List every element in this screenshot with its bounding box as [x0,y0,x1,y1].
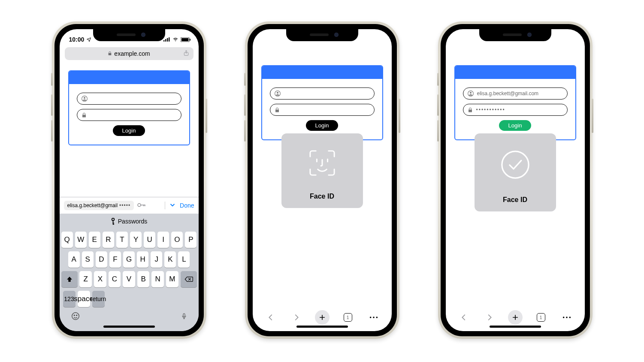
key-m[interactable]: M [166,271,178,287]
svg-rect-5 [181,38,188,41]
login-button[interactable]: Login [306,120,339,131]
key-d[interactable]: D [96,251,107,268]
phone-mock-3: elisa.g.beckett@gmail.com ••••••••••• Lo… [438,21,593,339]
user-icon [82,96,88,102]
login-card: elisa.g.beckett@gmail.com ••••••••••• Lo… [454,65,576,140]
username-field[interactable]: elisa.g.beckett@gmail.com [463,87,568,100]
key-n[interactable]: N [151,271,164,287]
user-icon [275,90,281,97]
password-field[interactable] [77,109,181,121]
shift-key[interactable] [61,271,78,287]
user-icon [468,90,474,97]
password-field[interactable] [270,104,375,116]
autofill-dots: ••••• [119,202,130,208]
backspace-key[interactable] [181,271,197,287]
svg-point-27 [373,317,375,318]
tabs-button[interactable]: 1 [341,310,355,325]
password-field[interactable]: ••••••••••• [463,104,568,116]
back-button[interactable] [263,310,278,325]
svg-rect-3 [169,37,169,42]
svg-point-31 [502,151,528,178]
login-card: Login [68,70,190,145]
share-icon[interactable] [183,50,189,58]
key-g[interactable]: G [123,251,135,268]
key-i[interactable]: I [157,232,169,248]
emoji-key[interactable] [71,311,80,323]
svg-point-26 [369,317,371,318]
chevron-down-icon[interactable] [169,201,176,210]
faceid-overlay: Face ID [475,133,556,211]
svg-rect-6 [190,39,190,41]
svg-point-32 [562,317,564,318]
keyboard-area: elisa.g.beckett@gmail ••••• Done Passwor… [60,197,199,331]
username-field[interactable] [77,93,181,105]
key-a[interactable]: A [68,251,80,268]
key-j[interactable]: J [151,251,162,268]
key-b[interactable]: B [137,271,150,287]
status-time: 10:00 [69,36,85,43]
autofill-suggestion[interactable]: elisa.g.beckett@gmail ••••• [64,201,134,210]
key-z[interactable]: Z [79,271,92,287]
login-button[interactable]: Login [499,120,532,131]
mic-key[interactable] [181,311,187,323]
key-t[interactable]: T [116,232,128,248]
space-key[interactable]: space [78,291,90,307]
phone-notch [93,29,165,41]
forward-button[interactable] [289,310,304,325]
key-o[interactable]: O [171,232,183,248]
key-f[interactable]: F [109,251,121,268]
key-icon[interactable] [137,202,146,209]
more-button[interactable] [559,310,574,325]
username-value: elisa.g.beckett@gmail.com [477,90,539,97]
lock-icon [82,112,87,118]
key-l[interactable]: L [178,251,190,268]
home-indicator[interactable] [490,326,541,328]
more-button[interactable] [366,310,381,325]
faceid-label: Face ID [310,193,334,200]
battery-icon [181,37,191,42]
url-bar[interactable]: example.com [65,47,194,60]
home-indicator[interactable] [103,326,155,328]
svg-point-34 [569,317,571,318]
login-button[interactable]: Login [113,125,145,136]
done-button[interactable]: Done [180,202,194,209]
username-field[interactable] [270,87,375,100]
key-y[interactable]: Y [130,232,142,248]
phone-mock-2: Login Face ID [245,21,399,339]
key-p[interactable]: P [185,232,197,248]
faceid-overlay: Face ID [281,133,363,208]
svg-rect-16 [112,223,114,223]
key-icon [111,218,115,225]
key-u[interactable]: U [144,232,155,248]
passwords-button[interactable]: Passwords [60,214,199,229]
return-key[interactable]: return [92,291,105,307]
key-k[interactable]: K [164,251,176,268]
password-value: ••••••••••• [476,107,505,113]
forward-button[interactable] [482,310,497,325]
key-c[interactable]: C [109,271,121,287]
svg-point-10 [138,203,141,206]
faceid-label: Face ID [503,196,527,204]
tabs-button[interactable]: 1 [534,310,548,325]
key-v[interactable]: V [123,271,135,287]
key-r[interactable]: R [103,232,114,248]
passwords-label: Passwords [118,218,147,225]
key-e[interactable]: E [89,232,100,248]
key-s[interactable]: S [82,251,94,268]
lock-icon [275,107,280,113]
home-indicator[interactable] [296,326,348,328]
key-q[interactable]: Q [61,232,73,248]
svg-rect-12 [143,205,144,206]
keyboard-row-1: QWERTYUIOP [61,232,197,248]
svg-point-30 [469,92,471,94]
numbers-key[interactable]: 123 [63,291,76,307]
new-tab-button[interactable] [508,310,523,325]
svg-point-20 [76,315,77,316]
key-w[interactable]: W [75,232,87,248]
key-h[interactable]: H [137,251,148,268]
new-tab-button[interactable] [315,310,330,325]
svg-point-28 [376,317,378,318]
key-x[interactable]: X [94,271,106,287]
svg-rect-0 [163,40,164,42]
back-button[interactable] [457,310,471,325]
